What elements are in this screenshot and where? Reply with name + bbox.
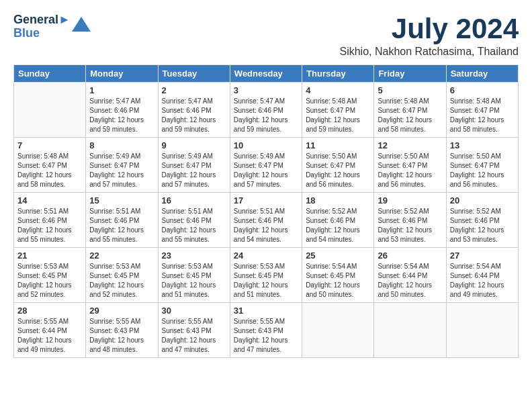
day-content-line: Sunset: 6:47 PM — [378, 107, 427, 114]
day-content-line: Sunrise: 5:47 AM — [89, 97, 140, 105]
calendar-week-4: 21Sunrise: 5:53 AMSunset: 6:45 PMDayligh… — [14, 248, 519, 303]
day-content: Sunrise: 5:51 AMSunset: 6:46 PMDaylight:… — [234, 207, 298, 244]
calendar-cell: 9Sunrise: 5:49 AMSunset: 6:47 PMDaylight… — [158, 138, 230, 193]
day-content-line: Daylight: 12 hours — [378, 116, 432, 124]
day-content-line: Sunset: 6:43 PM — [89, 327, 139, 334]
day-content-line: Daylight: 12 hours — [17, 226, 72, 234]
calendar-cell: 19Sunrise: 5:52 AMSunset: 6:46 PMDayligh… — [374, 193, 446, 248]
calendar-cell — [374, 303, 446, 358]
day-content-line: Sunrise: 5:54 AM — [450, 263, 501, 270]
day-number: 4 — [306, 85, 370, 95]
calendar-cell: 30Sunrise: 5:55 AMSunset: 6:43 PMDayligh… — [158, 303, 230, 358]
calendar-cell: 31Sunrise: 5:55 AMSunset: 6:43 PMDayligh… — [230, 303, 302, 358]
day-content: Sunrise: 5:53 AMSunset: 6:45 PMDaylight:… — [162, 262, 226, 300]
day-content-line: Sunset: 6:47 PM — [17, 162, 67, 169]
title-block: July 2024 Sikhio, Nakhon Ratchasima, Tha… — [339, 13, 519, 58]
day-content-line: Daylight: 12 hours — [450, 226, 504, 234]
calendar-cell: 29Sunrise: 5:55 AMSunset: 6:43 PMDayligh… — [86, 303, 158, 358]
day-content-line: Sunrise: 5:51 AM — [17, 208, 69, 215]
day-content-line: Sunrise: 5:53 AM — [89, 263, 140, 270]
day-content-line: Sunset: 6:45 PM — [234, 272, 283, 279]
weekday-header-thursday: Thursday — [302, 65, 374, 83]
day-content-line: Sunrise: 5:54 AM — [306, 263, 357, 270]
day-content-line: Daylight: 12 hours — [162, 116, 216, 124]
day-content-line: and 54 minutes. — [306, 236, 353, 243]
day-number: 21 — [17, 250, 82, 261]
calendar-cell: 21Sunrise: 5:53 AMSunset: 6:45 PMDayligh… — [14, 248, 86, 303]
day-content-line: and 57 minutes. — [162, 181, 210, 188]
calendar-cell — [302, 303, 374, 358]
day-content-line: Sunset: 6:46 PM — [89, 107, 139, 114]
day-content-line: Sunset: 6:46 PM — [450, 217, 500, 224]
day-content-line: Sunrise: 5:50 AM — [306, 152, 357, 160]
day-content-line: Sunrise: 5:47 AM — [234, 97, 285, 105]
day-content-line: and 50 minutes. — [306, 291, 353, 298]
day-number: 7 — [17, 140, 82, 150]
day-content-line: and 52 minutes. — [89, 291, 137, 298]
day-content: Sunrise: 5:48 AMSunset: 6:47 PMDaylight:… — [378, 97, 442, 134]
day-content-line: Sunset: 6:43 PM — [234, 327, 283, 334]
day-content-line: Daylight: 12 hours — [234, 226, 288, 234]
day-content-line: Daylight: 12 hours — [234, 336, 288, 344]
day-content-line: Daylight: 12 hours — [17, 281, 72, 289]
day-content-line: Daylight: 12 hours — [450, 116, 504, 124]
day-content: Sunrise: 5:53 AMSunset: 6:45 PMDaylight:… — [234, 262, 298, 300]
day-content-line: and 48 minutes. — [89, 346, 137, 353]
day-content-line: and 50 minutes. — [378, 291, 425, 298]
day-content-line: and 58 minutes. — [378, 126, 425, 133]
day-content-line: Sunrise: 5:55 AM — [234, 318, 285, 325]
day-content-line: Sunrise: 5:50 AM — [450, 152, 501, 160]
calendar-cell: 10Sunrise: 5:49 AMSunset: 6:47 PMDayligh… — [230, 138, 302, 193]
calendar-week-1: 1Sunrise: 5:47 AMSunset: 6:46 PMDaylight… — [14, 83, 519, 138]
calendar-cell: 16Sunrise: 5:51 AMSunset: 6:46 PMDayligh… — [158, 193, 230, 248]
day-content: Sunrise: 5:47 AMSunset: 6:46 PMDaylight:… — [234, 97, 298, 134]
day-content: Sunrise: 5:51 AMSunset: 6:46 PMDaylight:… — [162, 207, 226, 244]
day-content-line: Daylight: 12 hours — [234, 171, 288, 179]
svg-marker-0 — [72, 17, 91, 32]
day-content-line: Daylight: 12 hours — [306, 226, 360, 234]
day-content-line: and 53 minutes. — [378, 236, 425, 243]
calendar-cell: 27Sunrise: 5:54 AMSunset: 6:44 PMDayligh… — [446, 248, 518, 303]
weekday-header-friday: Friday — [374, 65, 446, 83]
weekday-header-saturday: Saturday — [446, 65, 518, 83]
day-content-line: and 47 minutes. — [234, 346, 281, 353]
day-content-line: Sunset: 6:47 PM — [306, 162, 355, 169]
day-content-line: Sunrise: 5:53 AM — [234, 263, 285, 270]
day-content-line: Daylight: 12 hours — [162, 226, 216, 234]
day-content: Sunrise: 5:52 AMSunset: 6:46 PMDaylight:… — [306, 207, 370, 244]
day-content-line: Daylight: 12 hours — [17, 336, 72, 344]
day-content-line: Sunset: 6:46 PM — [378, 217, 427, 224]
day-content-line: Sunset: 6:45 PM — [162, 272, 212, 279]
day-content-line: Daylight: 12 hours — [162, 336, 216, 344]
calendar-cell: 5Sunrise: 5:48 AMSunset: 6:47 PMDaylight… — [374, 83, 446, 138]
calendar-cell: 7Sunrise: 5:48 AMSunset: 6:47 PMDaylight… — [14, 138, 86, 193]
day-content: Sunrise: 5:48 AMSunset: 6:47 PMDaylight:… — [450, 97, 515, 134]
calendar-cell: 8Sunrise: 5:49 AMSunset: 6:47 PMDaylight… — [86, 138, 158, 193]
day-number: 27 — [450, 250, 515, 261]
day-number: 22 — [89, 250, 154, 261]
day-content-line: Sunrise: 5:48 AM — [378, 97, 429, 105]
day-number: 20 — [450, 195, 515, 205]
day-content-line: and 54 minutes. — [234, 236, 281, 243]
day-content-line: Daylight: 12 hours — [306, 171, 360, 179]
calendar-cell: 22Sunrise: 5:53 AMSunset: 6:45 PMDayligh… — [86, 248, 158, 303]
day-number: 11 — [306, 140, 370, 150]
day-content-line: Daylight: 12 hours — [89, 116, 144, 124]
day-number: 3 — [234, 85, 298, 95]
day-content-line: Sunset: 6:47 PM — [450, 107, 500, 114]
day-content: Sunrise: 5:54 AMSunset: 6:44 PMDaylight:… — [450, 262, 515, 300]
day-content-line: and 56 minutes. — [450, 181, 498, 188]
day-content-line: Sunset: 6:44 PM — [450, 272, 500, 279]
day-content-line: Sunrise: 5:48 AM — [306, 97, 357, 105]
day-content: Sunrise: 5:52 AMSunset: 6:46 PMDaylight:… — [378, 207, 442, 244]
day-content: Sunrise: 5:54 AMSunset: 6:45 PMDaylight:… — [306, 262, 370, 300]
day-content: Sunrise: 5:48 AMSunset: 6:47 PMDaylight:… — [17, 152, 82, 189]
day-number: 8 — [89, 140, 154, 150]
day-number: 5 — [378, 85, 442, 95]
day-content-line: Sunrise: 5:50 AM — [378, 152, 429, 160]
day-content-line: Sunset: 6:44 PM — [17, 327, 67, 334]
day-content-line: Sunset: 6:43 PM — [162, 327, 212, 334]
day-content-line: Sunset: 6:46 PM — [162, 217, 212, 224]
day-number: 2 — [162, 85, 226, 95]
day-content-line: Sunrise: 5:49 AM — [234, 152, 285, 160]
